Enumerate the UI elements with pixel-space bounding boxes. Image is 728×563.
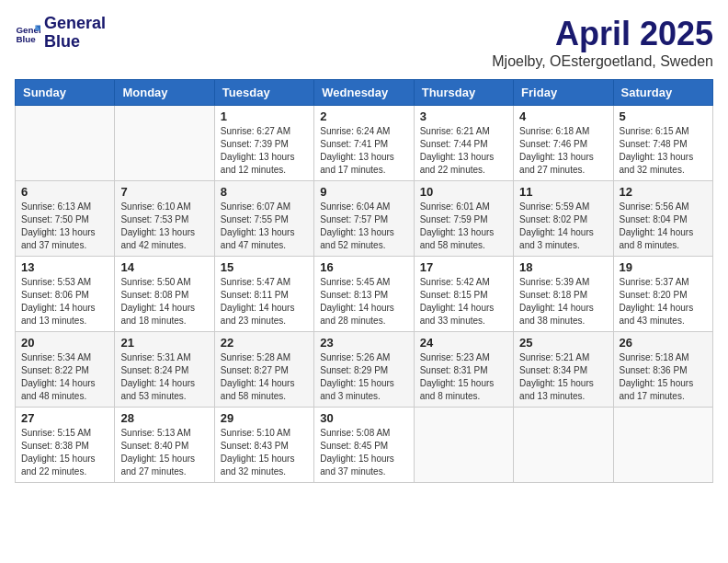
calendar-week-5: 27Sunrise: 5:15 AM Sunset: 8:38 PM Dayli… <box>16 408 713 483</box>
col-monday: Monday <box>115 80 214 106</box>
day-number: 15 <box>221 260 308 274</box>
calendar-subtitle: Mjoelby, OEstergoetland, Sweden <box>492 53 713 70</box>
col-thursday: Thursday <box>414 80 513 106</box>
day-info: Sunrise: 5:26 AM Sunset: 8:29 PM Dayligh… <box>320 351 407 403</box>
day-number: 26 <box>620 336 707 350</box>
header: General Blue General Blue April 2025 Mjo… <box>15 15 713 70</box>
day-info: Sunrise: 5:39 AM Sunset: 8:18 PM Dayligh… <box>519 276 607 327</box>
day-info: Sunrise: 5:15 AM Sunset: 8:38 PM Dayligh… <box>21 427 108 478</box>
calendar-cell: 3Sunrise: 6:21 AM Sunset: 7:44 PM Daylig… <box>414 106 513 181</box>
calendar-cell: 30Sunrise: 5:08 AM Sunset: 8:45 PM Dayli… <box>314 408 414 483</box>
calendar-cell: 16Sunrise: 5:45 AM Sunset: 8:13 PM Dayli… <box>314 257 414 332</box>
calendar-cell: 24Sunrise: 5:23 AM Sunset: 8:31 PM Dayli… <box>414 332 513 408</box>
calendar-cell: 19Sunrise: 5:37 AM Sunset: 8:20 PM Dayli… <box>613 257 712 332</box>
day-info: Sunrise: 5:53 AM Sunset: 8:06 PM Dayligh… <box>21 276 108 327</box>
calendar-cell: 11Sunrise: 5:59 AM Sunset: 8:02 PM Dayli… <box>514 181 613 257</box>
day-number: 30 <box>320 411 407 425</box>
calendar-cell: 22Sunrise: 5:28 AM Sunset: 8:27 PM Dayli… <box>214 332 313 408</box>
calendar-cell: 23Sunrise: 5:26 AM Sunset: 8:29 PM Dayli… <box>314 332 414 408</box>
day-info: Sunrise: 5:50 AM Sunset: 8:08 PM Dayligh… <box>120 276 208 327</box>
calendar-table: Sunday Monday Tuesday Wednesday Thursday… <box>15 79 713 483</box>
calendar-cell: 13Sunrise: 5:53 AM Sunset: 8:06 PM Dayli… <box>16 257 115 332</box>
day-info: Sunrise: 6:01 AM Sunset: 7:59 PM Dayligh… <box>420 201 507 252</box>
day-number: 29 <box>221 411 308 425</box>
calendar-cell: 10Sunrise: 6:01 AM Sunset: 7:59 PM Dayli… <box>414 181 513 257</box>
day-number: 10 <box>420 185 507 199</box>
day-number: 6 <box>21 185 108 199</box>
day-info: Sunrise: 6:18 AM Sunset: 7:46 PM Dayligh… <box>519 125 607 177</box>
calendar-cell: 9Sunrise: 6:04 AM Sunset: 7:57 PM Daylig… <box>314 181 414 257</box>
day-number: 25 <box>519 336 607 350</box>
calendar-title: April 2025 <box>492 15 713 53</box>
calendar-cell: 17Sunrise: 5:42 AM Sunset: 8:15 PM Dayli… <box>414 257 513 332</box>
col-tuesday: Tuesday <box>214 80 313 106</box>
day-info: Sunrise: 5:28 AM Sunset: 8:27 PM Dayligh… <box>221 351 308 403</box>
day-info: Sunrise: 6:04 AM Sunset: 7:57 PM Dayligh… <box>320 201 407 252</box>
day-number: 18 <box>519 260 607 274</box>
day-number: 19 <box>620 260 707 274</box>
col-sunday: Sunday <box>16 80 115 106</box>
day-number: 13 <box>21 260 108 274</box>
calendar-cell: 28Sunrise: 5:13 AM Sunset: 8:40 PM Dayli… <box>115 408 214 483</box>
day-number: 8 <box>221 185 308 199</box>
day-number: 16 <box>320 260 407 274</box>
day-info: Sunrise: 5:23 AM Sunset: 8:31 PM Dayligh… <box>420 351 507 403</box>
calendar-cell <box>514 408 613 483</box>
calendar-cell: 15Sunrise: 5:47 AM Sunset: 8:11 PM Dayli… <box>214 257 313 332</box>
calendar-cell: 6Sunrise: 6:13 AM Sunset: 7:50 PM Daylig… <box>16 181 115 257</box>
day-info: Sunrise: 6:15 AM Sunset: 7:48 PM Dayligh… <box>620 125 707 177</box>
svg-text:Blue: Blue <box>16 34 36 44</box>
day-info: Sunrise: 6:21 AM Sunset: 7:44 PM Dayligh… <box>420 125 507 177</box>
calendar-cell <box>115 106 214 181</box>
day-number: 2 <box>320 109 407 123</box>
calendar-cell <box>613 408 712 483</box>
day-info: Sunrise: 5:42 AM Sunset: 8:15 PM Dayligh… <box>420 276 507 327</box>
logo-line1: General <box>44 15 106 33</box>
calendar-week-2: 6Sunrise: 6:13 AM Sunset: 7:50 PM Daylig… <box>16 181 713 257</box>
calendar-cell: 8Sunrise: 6:07 AM Sunset: 7:55 PM Daylig… <box>214 181 313 257</box>
col-friday: Friday <box>514 80 613 106</box>
logo-icon: General Blue <box>15 20 40 46</box>
day-info: Sunrise: 6:24 AM Sunset: 7:41 PM Dayligh… <box>320 125 407 177</box>
day-number: 1 <box>221 109 308 123</box>
calendar-cell: 12Sunrise: 5:56 AM Sunset: 8:04 PM Dayli… <box>613 181 712 257</box>
logo: General Blue General Blue <box>15 15 106 52</box>
day-info: Sunrise: 5:47 AM Sunset: 8:11 PM Dayligh… <box>221 276 308 327</box>
day-info: Sunrise: 6:27 AM Sunset: 7:39 PM Dayligh… <box>221 125 308 177</box>
calendar-cell: 5Sunrise: 6:15 AM Sunset: 7:48 PM Daylig… <box>613 106 712 181</box>
calendar-cell: 14Sunrise: 5:50 AM Sunset: 8:08 PM Dayli… <box>115 257 214 332</box>
day-number: 23 <box>320 336 407 350</box>
day-number: 12 <box>620 185 707 199</box>
day-info: Sunrise: 5:18 AM Sunset: 8:36 PM Dayligh… <box>620 351 707 403</box>
day-number: 24 <box>420 336 507 350</box>
col-saturday: Saturday <box>613 80 712 106</box>
calendar-week-1: 1Sunrise: 6:27 AM Sunset: 7:39 PM Daylig… <box>16 106 713 181</box>
col-wednesday: Wednesday <box>314 80 414 106</box>
day-info: Sunrise: 5:56 AM Sunset: 8:04 PM Dayligh… <box>620 201 707 252</box>
calendar-cell: 25Sunrise: 5:21 AM Sunset: 8:34 PM Dayli… <box>514 332 613 408</box>
day-number: 3 <box>420 109 507 123</box>
calendar-cell <box>16 106 115 181</box>
calendar-cell: 20Sunrise: 5:34 AM Sunset: 8:22 PM Dayli… <box>16 332 115 408</box>
day-info: Sunrise: 5:59 AM Sunset: 8:02 PM Dayligh… <box>519 201 607 252</box>
calendar-week-4: 20Sunrise: 5:34 AM Sunset: 8:22 PM Dayli… <box>16 332 713 408</box>
calendar-cell: 26Sunrise: 5:18 AM Sunset: 8:36 PM Dayli… <box>613 332 712 408</box>
day-info: Sunrise: 5:45 AM Sunset: 8:13 PM Dayligh… <box>320 276 407 327</box>
day-info: Sunrise: 5:34 AM Sunset: 8:22 PM Dayligh… <box>21 351 108 403</box>
day-info: Sunrise: 5:21 AM Sunset: 8:34 PM Dayligh… <box>519 351 607 403</box>
calendar-cell: 7Sunrise: 6:10 AM Sunset: 7:53 PM Daylig… <box>115 181 214 257</box>
day-number: 5 <box>620 109 707 123</box>
day-number: 27 <box>21 411 108 425</box>
day-number: 22 <box>221 336 308 350</box>
day-number: 7 <box>120 185 208 199</box>
calendar-cell: 4Sunrise: 6:18 AM Sunset: 7:46 PM Daylig… <box>514 106 613 181</box>
calendar-cell: 29Sunrise: 5:10 AM Sunset: 8:43 PM Dayli… <box>214 408 313 483</box>
day-info: Sunrise: 5:10 AM Sunset: 8:43 PM Dayligh… <box>221 427 308 478</box>
day-info: Sunrise: 5:37 AM Sunset: 8:20 PM Dayligh… <box>620 276 707 327</box>
day-info: Sunrise: 6:10 AM Sunset: 7:53 PM Dayligh… <box>120 201 208 252</box>
day-info: Sunrise: 5:08 AM Sunset: 8:45 PM Dayligh… <box>320 427 407 478</box>
calendar-week-3: 13Sunrise: 5:53 AM Sunset: 8:06 PM Dayli… <box>16 257 713 332</box>
title-area: April 2025 Mjoelby, OEstergoetland, Swed… <box>492 15 713 70</box>
day-number: 20 <box>21 336 108 350</box>
day-number: 14 <box>120 260 208 274</box>
